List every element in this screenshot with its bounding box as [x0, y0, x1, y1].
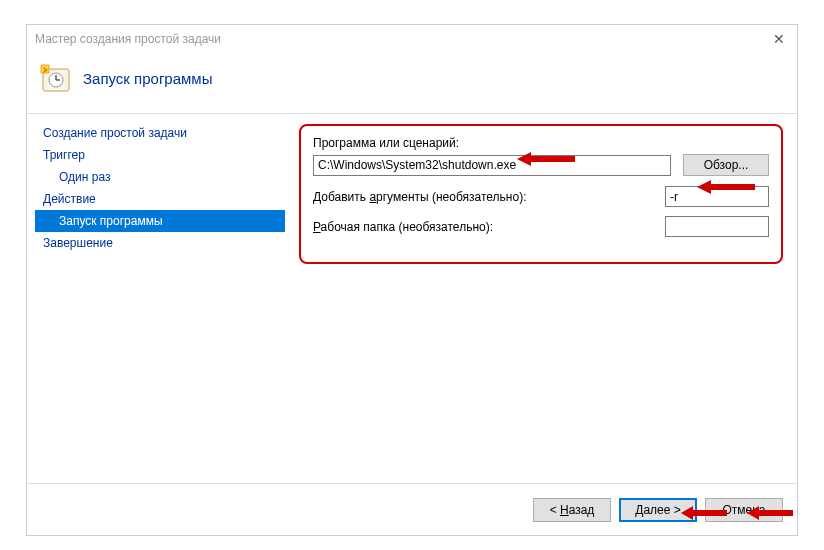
workdir-input[interactable]	[665, 216, 769, 237]
browse-button[interactable]: Обзор...	[683, 154, 769, 176]
window-title: Мастер создания простой задачи	[35, 32, 221, 46]
program-input[interactable]	[313, 155, 671, 176]
wizard-sidebar: Создание простой задачиТриггерОдин разДе…	[27, 114, 285, 482]
close-icon[interactable]: ✕	[769, 31, 789, 47]
wizard-footer: < Назад Далее > Отмена	[27, 483, 797, 535]
arguments-label: Добавить аргументы (необязательно):	[313, 190, 533, 204]
sidebar-item-1[interactable]: Триггер	[35, 144, 285, 166]
page-title: Запуск программы	[83, 70, 212, 87]
wizard-main: Программа или сценарий: Обзор... Добавит…	[285, 114, 797, 482]
form-highlight: Программа или сценарий: Обзор... Добавит…	[299, 124, 783, 264]
sidebar-item-3[interactable]: Действие	[35, 188, 285, 210]
sidebar-item-4[interactable]: Запуск программы	[35, 210, 285, 232]
workdir-label: Рабочая папка (необязательно):	[313, 220, 533, 234]
wizard-body: Создание простой задачиТриггерОдин разДе…	[27, 114, 797, 482]
titlebar: Мастер создания простой задачи ✕	[27, 25, 797, 53]
task-icon	[39, 61, 73, 95]
sidebar-item-0[interactable]: Создание простой задачи	[35, 122, 285, 144]
sidebar-item-2[interactable]: Один раз	[35, 166, 285, 188]
wizard-header: Запуск программы	[27, 53, 797, 113]
wizard-window: Мастер создания простой задачи ✕ Запуск …	[26, 24, 798, 536]
back-button[interactable]: < Назад	[533, 498, 611, 522]
cancel-button[interactable]: Отмена	[705, 498, 783, 522]
program-label: Программа или сценарий:	[313, 136, 769, 150]
sidebar-item-5[interactable]: Завершение	[35, 232, 285, 254]
arguments-input[interactable]	[665, 186, 769, 207]
next-button[interactable]: Далее >	[619, 498, 697, 522]
